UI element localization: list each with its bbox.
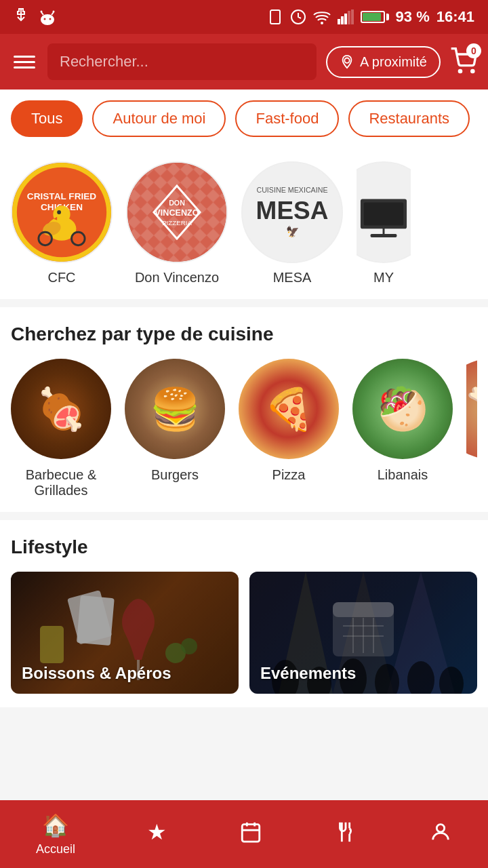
svg-rect-64 bbox=[242, 825, 260, 842]
svg-point-18 bbox=[472, 70, 474, 72]
clock-time: 16:41 bbox=[436, 8, 474, 26]
restaurant-logo-donvincenzo[interactable]: DON VINCENZO PIZZERIA Don Vincenzo bbox=[126, 161, 228, 285]
mesa-logo-svg: CUISINE MEXICAINE MESA 🦅 bbox=[243, 163, 342, 262]
pizza-decor: 🍕 bbox=[239, 359, 339, 459]
mesa-label: MESA bbox=[273, 270, 312, 285]
filter-tab-autour[interactable]: Autour de moi bbox=[92, 100, 226, 137]
svg-point-24 bbox=[53, 205, 70, 222]
svg-rect-42 bbox=[364, 202, 403, 225]
cuisine-po[interactable]: 🍗 Po... bbox=[466, 359, 477, 498]
filter-tab-restaurants[interactable]: Restaurants bbox=[348, 100, 470, 137]
wifi-icon bbox=[313, 9, 331, 24]
bbq-image: 🍖 bbox=[11, 359, 111, 459]
clock-icon bbox=[290, 9, 306, 25]
svg-text:🦅: 🦅 bbox=[286, 225, 300, 238]
search-input[interactable] bbox=[47, 43, 317, 80]
filter-tab-fastfood[interactable]: Fast-food bbox=[235, 100, 339, 137]
svg-point-71 bbox=[436, 825, 444, 832]
my-label: MY bbox=[373, 270, 394, 285]
restaurant-logo-my[interactable]: MY bbox=[357, 161, 411, 285]
nav-cuisine-types[interactable] bbox=[334, 821, 357, 848]
filter-tab-tous[interactable]: Tous bbox=[11, 100, 83, 137]
phone-icon bbox=[267, 9, 283, 25]
location-icon bbox=[340, 54, 354, 69]
po-image: 🍗 bbox=[466, 359, 477, 459]
svg-rect-12 bbox=[341, 16, 344, 24]
lifestyle-title: Lifestyle bbox=[11, 536, 477, 558]
svg-text:DON: DON bbox=[169, 199, 185, 207]
nav-accueil-label: Accueil bbox=[36, 842, 75, 856]
nav-profil[interactable] bbox=[429, 821, 452, 848]
svg-text:PIZZERIA: PIZZERIA bbox=[162, 219, 192, 226]
person-icon bbox=[429, 821, 452, 844]
nav-favoris[interactable]: ★ bbox=[147, 819, 167, 849]
signal-icon bbox=[338, 9, 354, 24]
filter-tabs: Tous Autour de moi Fast-food Restaurants bbox=[0, 90, 488, 148]
libanais-label: Libanais bbox=[378, 467, 428, 483]
cfc-logo-circle: CRISTAL FRIED CHICKEN bbox=[11, 161, 113, 263]
cuisine-items-row: 🍖 Barbecue &Grillades 🍔 Burgers 🍕 Pizza … bbox=[11, 359, 477, 498]
usb-icon bbox=[14, 7, 28, 26]
restaurant-logos-section: CRISTAL FRIED CHICKEN bbox=[0, 148, 488, 299]
cfc-label: CFC bbox=[47, 270, 75, 285]
burger-image: 🍔 bbox=[125, 359, 225, 459]
libanais-decor: 🥙 bbox=[352, 359, 453, 459]
location-button[interactable]: A proximité bbox=[326, 46, 441, 78]
svg-rect-11 bbox=[338, 19, 340, 24]
app-header: A proximité 0 bbox=[0, 34, 488, 90]
bottom-nav: 🏠 Accueil ★ bbox=[0, 800, 488, 868]
svg-point-17 bbox=[459, 70, 461, 72]
svg-text:MESA: MESA bbox=[256, 197, 329, 224]
pizza-label: Pizza bbox=[272, 467, 306, 483]
nav-reservations[interactable] bbox=[239, 821, 262, 848]
svg-point-16 bbox=[344, 58, 349, 63]
lifestyle-section: Lifestyle B bbox=[0, 520, 488, 707]
burger-decor: 🍔 bbox=[125, 359, 225, 459]
cuisine-libanais[interactable]: 🥙 Libanais bbox=[352, 359, 453, 498]
restaurant-logo-mesa[interactable]: CUISINE MEXICAINE MESA 🦅 MESA bbox=[241, 161, 343, 285]
location-label: A proximité bbox=[360, 54, 427, 70]
my-logo-circle bbox=[357, 161, 411, 263]
cuisine-section-title: Cherchez par type de cuisine bbox=[11, 323, 477, 345]
svg-point-1 bbox=[44, 18, 46, 20]
status-right-info: 93 % 16:41 bbox=[267, 8, 474, 26]
restaurant-logo-cfc[interactable]: CRISTAL FRIED CHICKEN bbox=[11, 161, 113, 285]
po-label: Po... bbox=[476, 467, 477, 483]
svg-text:CUISINE MEXICAINE: CUISINE MEXICAINE bbox=[256, 186, 327, 194]
lifestyle-card-boissons[interactable]: Boissons & Apéros bbox=[11, 572, 239, 694]
fork-knife-icon bbox=[334, 821, 357, 844]
svg-rect-44 bbox=[371, 234, 397, 237]
svg-line-4 bbox=[52, 12, 54, 15]
donvincenzo-logo-svg: DON VINCENZO PIZZERIA bbox=[127, 163, 226, 262]
svg-line-3 bbox=[41, 12, 43, 15]
battery-icon bbox=[361, 11, 389, 23]
lifestyle-grid: Boissons & Apéros bbox=[11, 572, 477, 694]
svg-rect-7 bbox=[270, 10, 280, 24]
mesa-logo-circle: CUISINE MEXICAINE MESA 🦅 bbox=[241, 161, 343, 263]
pizza-image: 🍕 bbox=[239, 359, 339, 459]
donvincenzo-label: Don Vincenzo bbox=[135, 270, 219, 285]
nav-accueil[interactable]: 🏠 Accueil bbox=[36, 812, 75, 856]
evenements-label: Evénements bbox=[249, 653, 367, 694]
cart-button[interactable]: 0 bbox=[450, 47, 477, 77]
svg-text:VINCENZO: VINCENZO bbox=[155, 208, 199, 218]
svg-point-2 bbox=[49, 18, 52, 20]
cuisine-bbq[interactable]: 🍖 Barbecue &Grillades bbox=[11, 359, 111, 498]
cuisine-burgers[interactable]: 🍔 Burgers bbox=[125, 359, 225, 498]
cuisine-section: Cherchez par type de cuisine 🍖 Barbecue … bbox=[0, 307, 488, 512]
status-left-icons bbox=[14, 7, 57, 26]
boissons-label: Boissons & Apéros bbox=[11, 653, 182, 694]
menu-button[interactable] bbox=[11, 53, 38, 71]
lifestyle-card-evenements[interactable]: Evénements bbox=[249, 572, 477, 694]
burgers-label: Burgers bbox=[151, 467, 199, 483]
svg-point-0 bbox=[41, 14, 54, 25]
cuisine-pizza[interactable]: 🍕 Pizza bbox=[239, 359, 339, 498]
svg-point-6 bbox=[53, 11, 55, 13]
svg-rect-13 bbox=[344, 14, 347, 24]
donvincenzo-logo-circle: DON VINCENZO PIZZERIA bbox=[126, 161, 228, 263]
battery-percent: 93 % bbox=[396, 8, 430, 26]
home-icon: 🏠 bbox=[42, 812, 69, 838]
libanais-image: 🥙 bbox=[352, 359, 453, 459]
svg-point-25 bbox=[57, 210, 61, 214]
svg-point-5 bbox=[41, 11, 43, 13]
